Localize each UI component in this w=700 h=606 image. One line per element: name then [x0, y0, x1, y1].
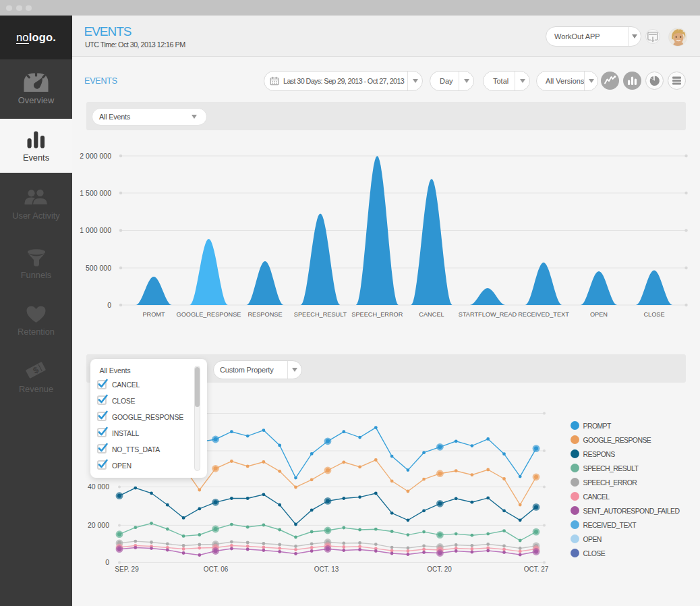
svg-text:500 000: 500 000 [86, 264, 111, 272]
svg-text:1 500 000: 1 500 000 [80, 189, 111, 197]
svg-text:SEP. 29: SEP. 29 [115, 566, 139, 573]
svg-text:GOOGLE_RESPONSE: GOOGLE_RESPONSE [177, 311, 241, 318]
svg-text:OCT. 20: OCT. 20 [427, 566, 452, 573]
svg-text:SPEECH_ERROR: SPEECH_ERROR [351, 311, 403, 318]
svg-text:0: 0 [107, 301, 111, 309]
svg-text:OCT. 13: OCT. 13 [314, 566, 339, 573]
svg-text:PROMT: PROMT [142, 311, 165, 318]
svg-text:20 000: 20 000 [88, 521, 109, 529]
svg-text:OCT. 27: OCT. 27 [524, 566, 549, 573]
svg-text:RESPONSE: RESPONSE [247, 311, 282, 318]
svg-text:CLOSE: CLOSE [643, 311, 664, 318]
svg-text:RECEIVED_TEXT: RECEIVED_TEXT [518, 311, 569, 318]
svg-text:OCT. 06: OCT. 06 [204, 566, 229, 573]
svg-text:1 000 000: 1 000 000 [80, 226, 111, 234]
svg-text:OPEN: OPEN [590, 311, 608, 318]
svg-text:40 000: 40 000 [88, 483, 109, 491]
svg-text:SPEECH_RESULT: SPEECH_RESULT [294, 311, 347, 318]
svg-text:2 000 000: 2 000 000 [80, 152, 111, 160]
svg-text:STARTFLOW_READ: STARTFLOW_READ [459, 311, 517, 318]
svg-text:0: 0 [105, 558, 109, 566]
svg-text:CANCEL: CANCEL [419, 311, 444, 318]
